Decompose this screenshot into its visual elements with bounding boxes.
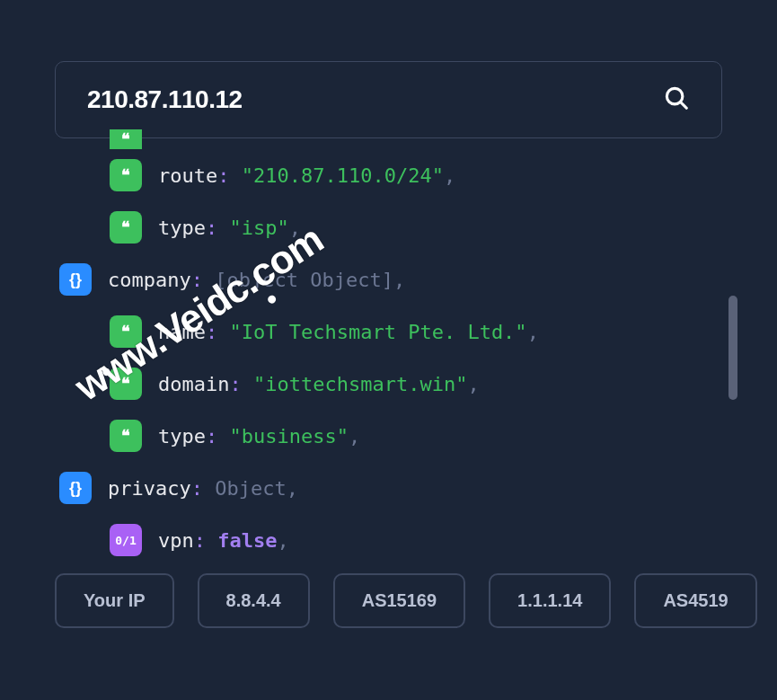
json-key: company [108,269,191,291]
json-type: Object [215,477,286,500]
json-value: "IoT Techsmart Pte. Ltd." [229,321,526,343]
quick-links: Your IP 8.8.4.4 AS15169 1.1.1.14 AS4519 [55,573,777,628]
quote-icon: ❝ [110,129,142,149]
json-colon: : [217,164,229,187]
json-row-privacy[interactable]: {} privacy: Object, [55,462,722,514]
json-line: type: "isp", [158,217,301,239]
json-line: name: "IoT Techsmart Pte. Ltd.", [158,321,539,343]
json-colon: : [206,425,217,447]
json-comma: , [349,425,360,447]
json-colon: : [206,217,217,239]
json-colon: : [229,373,241,395]
json-key: type [158,217,206,239]
pill-8844[interactable]: 8.8.4.4 [198,573,310,628]
search-input[interactable] [87,85,663,114]
pill-as4519[interactable]: AS4519 [634,573,756,628]
json-comma: , [277,529,288,552]
search-bar [55,61,722,138]
json-comma: , [287,477,298,500]
json-colon: : [191,477,203,500]
quote-icon: ❝ [110,211,142,244]
json-type: [object Object] [215,269,393,291]
json-viewer: ❝ domain: "akari.net", ❝ route: "210.87.… [0,129,777,566]
json-row-domain-partial: ❝ domain: "akari.net", [55,129,722,149]
pill-as15169[interactable]: AS15169 [333,573,465,628]
json-key: route [158,164,217,187]
json-value: "isp" [229,217,288,239]
json-line: privacy: Object, [108,477,298,500]
bool-badge: 0/1 [110,524,142,556]
json-key: domain [158,373,229,395]
json-value: "business" [229,425,348,447]
json-comma: , [289,217,301,239]
json-line: vpn: false, [158,529,289,552]
json-comma: , [527,321,539,343]
json-row-route: ❝ route: "210.87.110.0/24", [55,149,722,201]
search-icon[interactable] [663,84,690,115]
json-key: type [158,425,206,447]
json-key: privacy [108,477,191,500]
json-colon: : [194,529,206,552]
quote-icon: ❝ [110,420,142,452]
json-line: route: "210.87.110.0/24", [158,164,455,187]
json-value: "210.87.110.0/24" [242,164,444,187]
json-comma: , [444,164,455,187]
object-icon: {} [59,263,92,296]
json-row-company[interactable]: {} company: [object Object], [55,253,722,306]
search-container [0,0,777,138]
json-comma: , [393,269,405,291]
json-line: type: "business", [158,425,360,447]
json-row-company-name: ❝ name: "IoT Techsmart Pte. Ltd.", [55,306,722,358]
json-value: "iottechsmart.win" [253,373,467,395]
object-icon: {} [59,472,92,504]
json-line: domain: "iottechsmart.win", [158,373,480,395]
svg-line-1 [681,102,687,109]
pill-11114[interactable]: 1.1.1.14 [489,573,611,628]
json-key: name [158,321,206,343]
json-row-privacy-vpn: 0/1 vpn: false, [55,514,722,566]
quote-icon: ❝ [110,315,142,348]
json-colon: : [191,269,203,291]
json-value: false [217,529,277,552]
quote-icon: ❝ [110,368,142,400]
json-line: company: [object Object], [108,269,405,291]
json-row-company-type: ❝ type: "business", [55,410,722,462]
pill-your-ip[interactable]: Your IP [55,573,174,628]
json-comma: , [467,373,479,395]
quote-icon: ❝ [110,159,142,191]
scrollbar-thumb[interactable] [728,296,737,400]
json-row-type-isp: ❝ type: "isp", [55,201,722,253]
json-key: vpn [158,529,194,552]
json-row-company-domain: ❝ domain: "iottechsmart.win", [55,358,722,410]
json-colon: : [206,321,217,343]
